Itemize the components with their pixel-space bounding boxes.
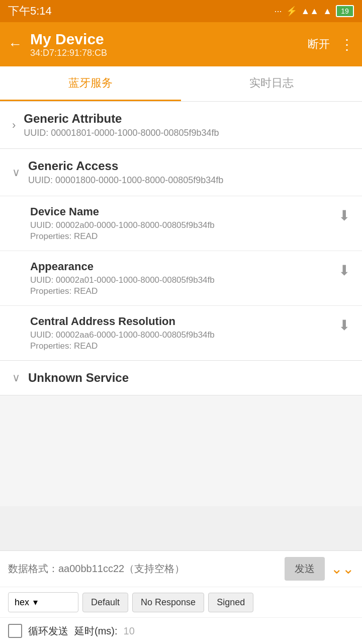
bottom-input-area: 发送 ⌄⌄ hex ▾ Default No Response Signed 循… — [0, 550, 362, 644]
char-actions: ⬇ — [338, 205, 350, 224]
delay-label: 延时(ms): — [74, 624, 118, 638]
more-options-button[interactable]: ⋮ — [340, 36, 354, 53]
char-actions: ⬇ — [338, 260, 350, 279]
service-info: Generic Attribute UUID: 00001801-0000-10… — [24, 112, 219, 138]
char-name: Central Address Resolution — [30, 315, 338, 328]
char-info: Appearance UUID: 00002a01-0000-1000-8000… — [30, 260, 338, 296]
service-list: › Generic Attribute UUID: 00001801-0000-… — [0, 102, 362, 506]
service-header-unknown[interactable]: ∨ Unknown Service — [0, 361, 362, 395]
service-item-generic-access: ∨ Generic Access UUID: 00001800-0000-100… — [0, 149, 362, 361]
service-header-generic-attribute[interactable]: › Generic Attribute UUID: 00001801-0000-… — [0, 102, 362, 148]
tab-realtime-log[interactable]: 实时日志 — [181, 66, 362, 101]
char-name: Appearance — [30, 260, 338, 273]
app-bar: ← My Device 34:D7:12:91:78:CB 断开 ⋮ — [0, 22, 362, 66]
no-response-option-button[interactable]: No Response — [132, 593, 204, 612]
read-icon[interactable]: ⬇ — [338, 207, 350, 224]
dropdown-arrow-icon: ▾ — [33, 597, 38, 608]
char-uuid: UUID: 00002aa6-0000-1000-8000-00805f9b34… — [30, 330, 338, 340]
char-properties: Properties: READ — [30, 286, 338, 296]
service-uuid: UUID: 00001800-0000-1000-8000-00805f9b34… — [28, 175, 223, 186]
read-icon[interactable]: ⬇ — [338, 317, 350, 334]
chevron-down-icon: ∨ — [12, 166, 20, 179]
bluetooth-icon: ⚡ — [286, 6, 297, 17]
signed-option-button[interactable]: Signed — [208, 593, 253, 612]
service-name: Generic Attribute — [24, 112, 219, 126]
format-value: hex — [15, 597, 29, 608]
back-button[interactable]: ← — [8, 36, 22, 52]
wifi-icon: ▲ — [323, 6, 332, 17]
service-item-unknown: ∨ Unknown Service — [0, 361, 362, 395]
char-info: Device Name UUID: 00002a00-0000-1000-800… — [30, 205, 338, 242]
tab-ble-services[interactable]: 蓝牙服务 — [0, 66, 181, 101]
char-properties: Properties: READ — [30, 341, 338, 351]
send-button[interactable]: 发送 — [285, 557, 325, 581]
expand-icon[interactable]: ⌄⌄ — [331, 560, 354, 577]
status-icons: ··· ⚡ ▲▲ ▲ 19 — [275, 5, 354, 17]
battery-icon: 19 — [336, 5, 354, 17]
delay-value: 10 — [124, 625, 135, 637]
format-row: hex ▾ Default No Response Signed — [0, 587, 362, 618]
device-title: My Device — [30, 31, 300, 48]
data-input[interactable] — [8, 563, 279, 575]
loop-send-checkbox[interactable] — [8, 624, 22, 638]
chevron-down-icon: ∨ — [12, 371, 20, 384]
device-address: 34:D7:12:91:78:CB — [30, 48, 300, 58]
read-icon[interactable]: ⬇ — [338, 262, 350, 279]
char-name: Device Name — [30, 205, 338, 218]
service-item-generic-attribute: › Generic Attribute UUID: 00001801-0000-… — [0, 102, 362, 149]
chevron-right-icon: › — [12, 119, 16, 132]
loop-send-label: 循环发送 — [28, 624, 68, 638]
input-row: 发送 ⌄⌄ — [0, 551, 362, 587]
cellular-icon: ▲▲ — [301, 6, 319, 17]
service-header-generic-access[interactable]: ∨ Generic Access UUID: 00001800-0000-100… — [0, 149, 362, 196]
char-actions: ⬇ — [338, 315, 350, 334]
app-bar-actions: 断开 ⋮ — [308, 36, 354, 53]
characteristic-item-device-name: Device Name UUID: 00002a00-0000-1000-800… — [0, 196, 362, 251]
status-bar: 下午5:14 ··· ⚡ ▲▲ ▲ 19 — [0, 0, 362, 22]
format-selector[interactable]: hex ▾ — [8, 592, 78, 612]
char-uuid: UUID: 00002a00-0000-1000-8000-00805f9b34… — [30, 220, 338, 230]
tab-bar: 蓝牙服务 实时日志 — [0, 66, 362, 102]
characteristic-item-appearance: Appearance UUID: 00002a01-0000-1000-8000… — [0, 251, 362, 305]
service-name: Unknown Service — [28, 371, 129, 385]
default-option-button[interactable]: Default — [82, 593, 128, 612]
app-bar-title: My Device 34:D7:12:91:78:CB — [30, 31, 300, 58]
service-name: Generic Access — [28, 159, 223, 173]
status-time: 下午5:14 — [8, 4, 52, 19]
signal-dots-icon: ··· — [275, 6, 282, 17]
service-info: Generic Access UUID: 00001800-0000-1000-… — [28, 159, 223, 186]
char-info: Central Address Resolution UUID: 00002aa… — [30, 315, 338, 351]
service-uuid: UUID: 00001801-0000-1000-8000-00805f9b34… — [24, 128, 219, 138]
service-info: Unknown Service — [28, 371, 129, 385]
disconnect-button[interactable]: 断开 — [308, 37, 330, 52]
characteristic-item-central-address: Central Address Resolution UUID: 00002aa… — [0, 305, 362, 360]
char-properties: Properties: READ — [30, 231, 338, 242]
char-uuid: UUID: 00002a01-0000-1000-8000-00805f9b34… — [30, 275, 338, 285]
loop-row: 循环发送 延时(ms): 10 — [0, 618, 362, 644]
